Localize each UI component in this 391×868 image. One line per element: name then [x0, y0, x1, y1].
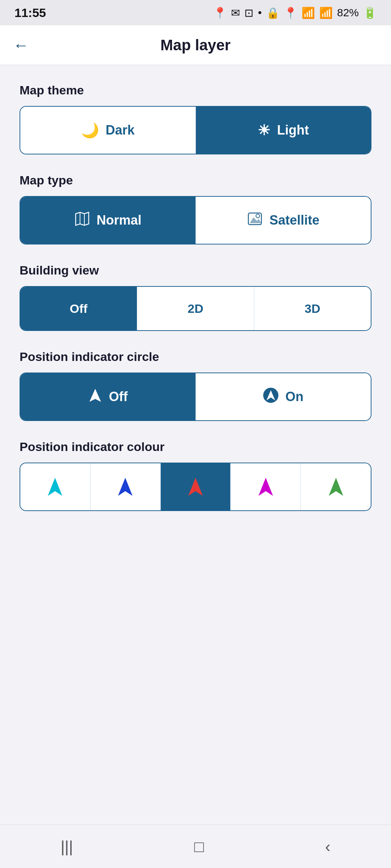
map-theme-section: Map theme 🌙 Dark ☀ Light — [20, 83, 371, 154]
status-time: 11:55 — [14, 6, 46, 20]
mail-icon: ✉ — [231, 7, 240, 19]
position-colour-label: Position indicator colour — [20, 440, 371, 454]
satellite-icon — [247, 211, 263, 230]
building-2d-label: 2D — [188, 302, 203, 316]
camera-icon: ⊡ — [244, 7, 253, 19]
home-button[interactable]: □ — [194, 838, 204, 856]
svg-point-5 — [256, 214, 260, 218]
position-circle-on-button[interactable]: On — [196, 373, 371, 420]
colour-green-button[interactable] — [301, 463, 371, 510]
position-circle-off-label: Off — [109, 389, 128, 404]
position-circle-on-label: On — [285, 389, 303, 404]
back-button[interactable]: ← — [13, 37, 29, 53]
dot-icon: • — [258, 7, 262, 19]
arrow-on-icon — [263, 387, 279, 407]
location-icon: 📍 — [213, 7, 227, 19]
map-theme-light-label: Light — [277, 123, 309, 138]
map-type-normal-label: Normal — [97, 213, 142, 228]
building-view-toggle: Off 2D 3D — [20, 286, 371, 331]
colour-cyan-button[interactable] — [20, 463, 91, 510]
position-circle-toggle: Off On — [20, 373, 371, 421]
building-view-3d-button[interactable]: 3D — [254, 287, 371, 330]
svg-marker-13 — [329, 478, 343, 496]
colour-magenta-button[interactable] — [231, 463, 301, 510]
status-bar: 11:55 📍 ✉ ⊡ • 🔒 📍 📶 📶 82% 🔋 — [0, 0, 391, 25]
map-theme-light-button[interactable]: ☀ Light — [196, 107, 371, 154]
colour-blue-button[interactable] — [91, 463, 161, 510]
colour-red-button[interactable] — [161, 463, 231, 510]
battery-icon: 🔋 — [363, 7, 377, 19]
svg-marker-9 — [48, 478, 62, 496]
map-theme-dark-label: Dark — [106, 123, 135, 138]
building-3d-label: 3D — [304, 302, 320, 316]
building-off-label: Off — [70, 302, 87, 316]
map-theme-toggle: 🌙 Dark ☀ Light — [20, 106, 371, 154]
header: ← Map layer — [0, 25, 391, 65]
building-view-label: Building view — [20, 263, 371, 277]
nav-bar: ||| □ ‹ — [0, 825, 391, 868]
main-content: Map theme 🌙 Dark ☀ Light Map type — [0, 65, 391, 825]
map-type-satellite-button[interactable]: Satellite — [196, 197, 371, 244]
position-circle-section: Position indicator circle Off On — [20, 350, 371, 421]
position-colour-toggle — [20, 463, 371, 511]
status-icons: 📍 ✉ ⊡ • 🔒 📍 📶 📶 82% 🔋 — [213, 7, 377, 19]
arrow-off-icon — [88, 387, 102, 407]
building-view-2d-button[interactable]: 2D — [137, 287, 254, 330]
svg-marker-6 — [89, 389, 101, 402]
building-view-off-button[interactable]: Off — [20, 287, 137, 330]
position-circle-off-button[interactable]: Off — [20, 373, 196, 420]
gps-icon: 📍 — [284, 7, 297, 19]
battery-level: 82% — [337, 7, 359, 19]
position-colour-section: Position indicator colour — [20, 440, 371, 511]
recent-apps-button[interactable]: ||| — [60, 838, 73, 856]
wifi-icon: 📶 — [302, 7, 315, 19]
svg-marker-10 — [118, 478, 133, 496]
svg-marker-12 — [258, 478, 273, 496]
map-type-satellite-label: Satellite — [269, 213, 319, 228]
map-theme-label: Map theme — [20, 83, 371, 97]
map-icon — [74, 211, 90, 230]
map-theme-dark-button[interactable]: 🌙 Dark — [20, 107, 196, 154]
svg-marker-0 — [76, 212, 89, 225]
svg-marker-4 — [250, 217, 261, 223]
sun-icon: ☀ — [257, 122, 270, 139]
page-title: Map layer — [36, 37, 355, 54]
position-circle-label: Position indicator circle — [20, 350, 371, 364]
moon-icon: 🌙 — [81, 122, 99, 139]
map-type-section: Map type Normal — [20, 173, 371, 244]
map-type-normal-button[interactable]: Normal — [20, 197, 196, 244]
back-nav-button[interactable]: ‹ — [325, 838, 331, 856]
svg-marker-11 — [188, 478, 203, 496]
map-type-label: Map type — [20, 173, 371, 187]
map-type-toggle: Normal Satellite — [20, 196, 371, 244]
lock-icon: 🔒 — [266, 7, 279, 19]
building-view-section: Building view Off 2D 3D — [20, 263, 371, 331]
signal-icon: 📶 — [319, 7, 333, 19]
